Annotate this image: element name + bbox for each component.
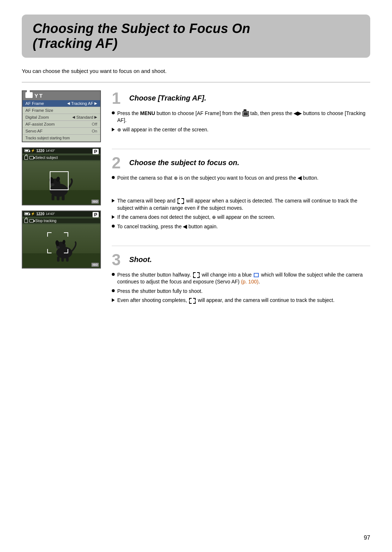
svg-rect-7 <box>62 195 65 200</box>
bullet-dot <box>112 225 115 228</box>
vf2-mode-badge: P <box>93 212 99 217</box>
menu-footer: Tracks subject starting from <box>23 135 100 142</box>
viewfinder-select-subject: ⚡ 1220 14'43" P Select subject <box>22 147 101 205</box>
bullet-triangle <box>112 128 115 131</box>
step-2-bullet-1-text: Point the camera so that ⊕ is on the sub… <box>117 175 318 182</box>
page-number: 97 <box>364 535 370 541</box>
intro-text: You can choose the subject you want to f… <box>22 68 370 74</box>
step-3-section: 3 Shoot. Press the shutter button halfwa… <box>112 252 370 306</box>
step-2-section: 2 Choose the subject to focus on. Point … <box>112 155 370 184</box>
bullet-dot <box>112 273 115 276</box>
step-1-header: 1 Choose [Tracking AF]. <box>112 90 370 106</box>
step-1-bullet-2-text: ⊕ will appear in the center of the scree… <box>117 126 208 134</box>
bullet-dot <box>112 111 115 114</box>
step-1-content: Press the MENU button to choose [AF Fram… <box>112 110 370 134</box>
step-2-header: 2 Choose the subject to focus on. <box>112 155 370 171</box>
menu-rows: AF Frame ◀ Tracking AF ▶ AF Frame Size D… <box>23 100 100 135</box>
step-3-title: Shoot. <box>129 252 152 264</box>
step-1-bullet-1-text: Press the MENU button to choose [AF Fram… <box>117 110 370 124</box>
vf2-top-bar: ⚡ 1220 14'43" <box>23 211 100 217</box>
vf1-iso-badge: ISO <box>91 200 99 204</box>
vf1-mode-badge: P <box>93 149 99 154</box>
step-1-title: Choose [Tracking AF]. <box>129 90 206 102</box>
step-2-continued: The camera will beep and will appear whe… <box>112 197 370 232</box>
vf1-sub-label: Select subject <box>35 156 58 160</box>
step-1-bullet-2: ⊕ will appear in the center of the scree… <box>112 126 370 134</box>
vf2-info: 1220 <box>36 212 44 216</box>
step-2-content: Point the camera so that ⊕ is on the sub… <box>112 175 370 182</box>
menu-row-af-assist: AF-assist Zoom Off <box>23 121 100 128</box>
page-header: Choosing the Subject to Focus On (Tracki… <box>22 15 370 58</box>
bullet-triangle <box>112 298 115 302</box>
viewfinder-stop-tracking: ⚡ 1220 14'43" P Stop tracking <box>22 210 101 269</box>
bullet-dot <box>112 289 115 292</box>
menu-row-digital-zoom: Digital Zoom ◀ Standard ▶ <box>23 114 100 121</box>
menu-yt-label: YT <box>34 93 44 99</box>
link-p100[interactable]: (p. 100) <box>241 279 258 285</box>
step-3-bullet-3-text: Even after shooting completes, will appe… <box>117 297 335 304</box>
svg-rect-6 <box>57 195 60 200</box>
vf2-iso-badge: ISO <box>91 263 99 267</box>
menu-top-bar: YT <box>23 91 100 100</box>
step-2-number: 2 <box>112 155 125 171</box>
step-2-bullet-1: Point the camera so that ⊕ is on the sub… <box>112 175 370 182</box>
menu-row-af-frame: AF Frame ◀ Tracking AF ▶ <box>23 100 100 107</box>
step-2-continued-content: The camera will beep and will appear whe… <box>112 197 370 230</box>
step-3-bullet-3: Even after shooting completes, will appe… <box>112 297 370 304</box>
page-title: Choosing the Subject to Focus On (Tracki… <box>33 21 359 51</box>
step-2-title: Choose the subject to focus on. <box>129 155 239 167</box>
step-1-section: 1 Choose [Tracking AF]. Press the MENU b… <box>112 90 370 136</box>
vf2-sub-label: Stop tracking <box>35 219 56 223</box>
step-3-content: Press the shutter button halfway. will c… <box>112 271 370 304</box>
step-3-header: 3 Shoot. <box>112 252 370 268</box>
step-3-bullet-2: Press the shutter button fully to shoot. <box>112 288 370 295</box>
left-column: YT AF Frame ◀ Tracking AF ▶ AF Fram <box>22 90 102 274</box>
step-3-number: 3 <box>112 252 125 268</box>
vf1-time: 14'43" <box>46 149 55 152</box>
vf1-info: 1220 <box>36 149 44 153</box>
step-3-bullet-1-text: Press the shutter button halfway. will c… <box>117 271 370 286</box>
svg-rect-5 <box>52 195 54 200</box>
vf1-top-bar: ⚡ 1220 14'43" <box>23 148 100 154</box>
menu-row-servo-af: Servo AF On <box>23 128 100 135</box>
step-1-2-divider <box>112 149 370 149</box>
step-1-number: 1 <box>112 90 125 106</box>
step-2-bullet-2-text: The camera will beep and will appear whe… <box>117 197 370 212</box>
svg-rect-14 <box>61 257 64 262</box>
step-2-bullet-4-text: To cancel tracking, press the ◀ button a… <box>117 223 218 230</box>
main-content: YT AF Frame ◀ Tracking AF ▶ AF Fram <box>22 90 370 314</box>
menu-screen: YT AF Frame ◀ Tracking AF ▶ AF Fram <box>22 90 101 142</box>
svg-rect-15 <box>66 257 69 262</box>
step-2-3-divider <box>112 246 370 246</box>
step-2-bullet-3-text: If the camera does not detect the subjec… <box>117 214 275 221</box>
bullet-dot <box>112 176 115 179</box>
step-2-bullet-2: The camera will beep and will appear whe… <box>112 197 370 212</box>
bullet-triangle <box>112 199 115 203</box>
step-3-bullet-2-text: Press the shutter button fully to shoot. <box>117 288 203 295</box>
vf2-time: 14'43" <box>46 212 55 216</box>
vf1-sub-bar: Select subject <box>23 155 100 160</box>
vf2-sub-bar: Stop tracking <box>23 218 100 223</box>
menu-row-af-frame-size: AF Frame Size <box>23 107 100 114</box>
step-1-bullet-1: Press the MENU button to choose [AF Fram… <box>112 110 370 124</box>
page: Choosing the Subject to Focus On (Tracki… <box>0 0 392 552</box>
bullet-triangle <box>112 215 115 219</box>
svg-rect-13 <box>57 257 60 262</box>
right-column: 1 Choose [Tracking AF]. Press the MENU b… <box>112 90 370 314</box>
step-2-bullet-3: If the camera does not detect the subjec… <box>112 214 370 221</box>
step-3-bullet-1: Press the shutter button halfway. will c… <box>112 271 370 286</box>
step-2-bullet-4: To cancel tracking, press the ◀ button a… <box>112 223 370 230</box>
section-divider <box>22 82 370 82</box>
